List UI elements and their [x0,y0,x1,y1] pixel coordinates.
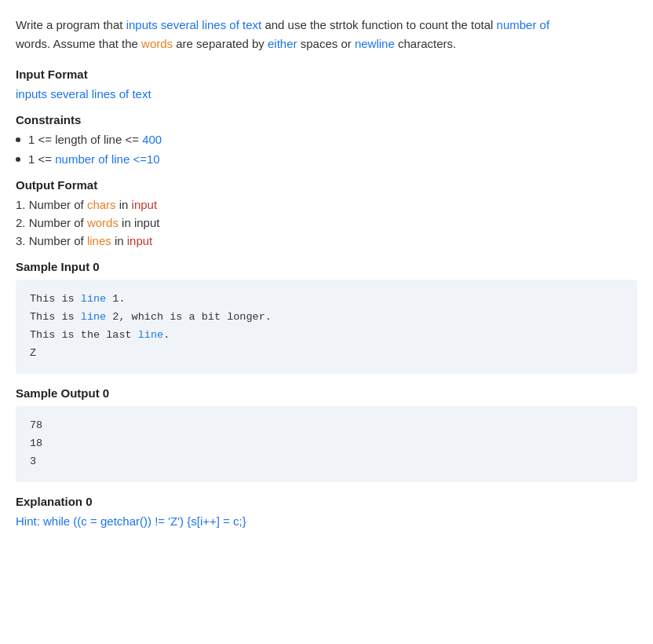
lines-highlight: lines [92,87,116,101]
hint-text: Hint: while ((c = getchar()) != 'Z') {s[… [16,514,637,528]
input-format-title: Input Format [16,68,637,81]
explanation-section: Explanation 0 Hint: while ((c = getchar(… [16,495,637,528]
highlight-words: words [141,37,173,50]
output-format-section: Output Format 1. Number of chars in inpu… [16,178,637,247]
constraint-1-text: 1 <= length of line <= 400 [28,133,162,146]
input-highlight-3: input [127,234,153,247]
sample-input-title: Sample Input 0 [16,260,637,273]
line-keyword-3: line [138,329,163,341]
constraint-1: 1 <= length of line <= 400 [16,133,637,146]
output-item-2: 2. Number of words in input [16,216,637,229]
chars-highlight: chars [87,198,116,211]
constraint-2: 1 <= number of line <=10 [16,152,637,166]
line-keyword-1: line [81,293,106,305]
explanation-title: Explanation 0 [16,495,637,508]
output-item-1: 1. Number of chars in input [16,198,637,211]
highlight-inputs: inputs several lines of text [126,18,262,31]
sample-output-section: Sample Output 0 78 18 3 [16,386,637,482]
sample-output-code: 78 18 3 [16,406,637,482]
constraints-title: Constraints [16,113,637,126]
inputs-highlight: inputs [16,87,47,101]
constraint-2-value: number of line <=10 [55,152,159,166]
bullet-icon-1 [16,137,20,142]
output-format-title: Output Format [16,178,637,192]
sample-input-code: This is line 1. This is line 2, which is… [16,280,637,374]
sample-input-section: Sample Input 0 This is line 1. This is l… [16,260,637,374]
constraint-2-text: 1 <= number of line <=10 [28,152,160,166]
words-highlight: words [87,216,119,229]
highlight-number-of: number of [497,18,550,31]
lines-highlight-output: lines [87,234,111,247]
constraint-1-value: 400 [142,133,162,146]
constraints-section: Constraints 1 <= length of line <= 400 1… [16,113,637,166]
output-format-list: 1. Number of chars in input 2. Number of… [16,198,637,247]
sample-output-title: Sample Output 0 [16,386,637,400]
input-format-section: Input Format inputs several lines of tex… [16,68,637,101]
output-item-3: 3. Number of lines in input [16,234,637,247]
input-highlight-1: input [132,198,158,211]
highlight-newline: newline [355,37,395,50]
bullet-icon-2 [16,157,20,162]
description-paragraph: Write a program that inputs several line… [16,16,637,53]
highlight-either: either [268,37,297,50]
line-keyword-2: line [81,311,106,323]
input-format-value: inputs several lines of text [16,87,637,101]
constraints-list: 1 <= length of line <= 400 1 <= number o… [16,133,637,166]
